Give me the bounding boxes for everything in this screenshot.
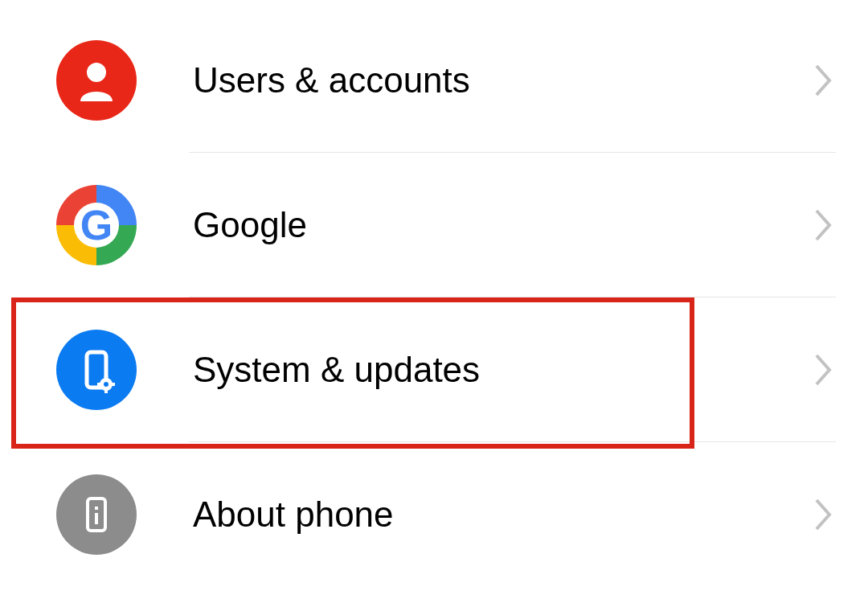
google-icon: G [56, 185, 137, 265]
svg-rect-13 [95, 513, 98, 524]
settings-row-about-phone[interactable]: About phone [0, 442, 868, 587]
svg-rect-8 [111, 383, 115, 386]
phone-info-icon [56, 474, 137, 555]
phone-gear-icon [56, 330, 137, 410]
settings-row-system-updates[interactable]: System & updates [0, 297, 868, 442]
settings-row-label: About phone [193, 494, 812, 535]
svg-rect-6 [104, 389, 108, 393]
settings-list: Users & accounts G Google [0, 0, 868, 587]
svg-point-0 [87, 63, 106, 82]
svg-text:G: G [80, 202, 113, 248]
user-icon [56, 40, 137, 121]
chevron-right-icon [812, 350, 836, 390]
settings-row-label: Users & accounts [193, 60, 812, 101]
settings-row-label: System & updates [193, 350, 812, 390]
svg-point-10 [104, 382, 108, 387]
chevron-right-icon [812, 494, 836, 535]
chevron-right-icon [812, 60, 836, 101]
settings-row-google[interactable]: G Google [0, 153, 868, 297]
settings-row-label: Google [193, 205, 812, 245]
svg-rect-7 [97, 383, 101, 386]
svg-rect-12 [95, 507, 98, 510]
chevron-right-icon [812, 205, 836, 245]
settings-row-users-accounts[interactable]: Users & accounts [0, 8, 868, 153]
